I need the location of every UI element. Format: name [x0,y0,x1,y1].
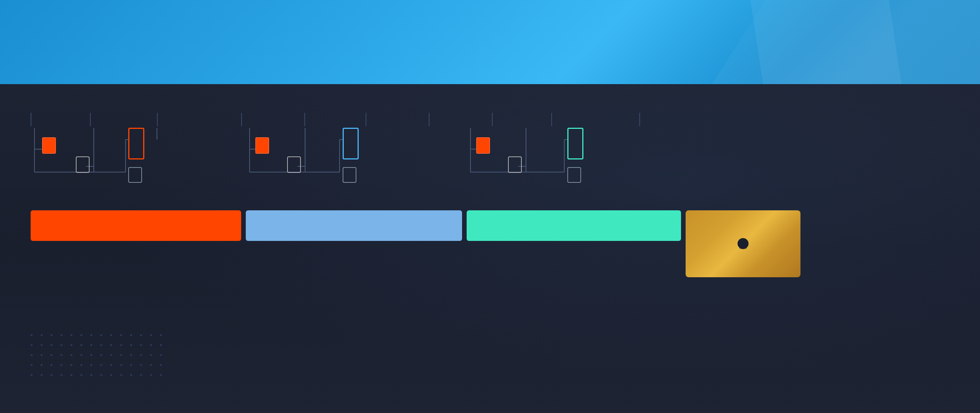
spring-major-badge [567,130,583,157]
fall-cup-badge [76,159,90,170]
oct-tick [31,113,31,126]
fall-invitational-badge [128,170,142,180]
spring-split-section [467,128,681,241]
month-june [551,111,639,126]
fall-major-badge [128,130,144,157]
main-content: // Generate dots const dp = document.que… [0,84,980,413]
jan-tick [241,113,242,126]
fall-split-bar [31,210,241,241]
month-jan [241,111,304,126]
spring-invitational-badge [567,170,581,180]
month-may [492,111,551,126]
spring-split-bar [467,210,681,241]
nov-tick [90,113,91,126]
winter-cup-badge [287,159,301,170]
winter-split-bar [246,210,462,241]
may-tick [492,113,493,126]
worlds-events-spacer [686,128,800,205]
fall-events-area [31,128,241,205]
fall-split-section [31,128,241,241]
month-feb [304,111,366,126]
feb-tick [304,113,305,126]
spring-events-area [467,128,681,205]
winter-open-badge [255,140,269,151]
winter-major-badge [343,130,359,157]
rocket-league-icon [737,237,749,250]
june-tick [551,113,552,126]
header [0,0,980,84]
month-mar [366,111,429,126]
winter-invitational-badge [343,170,356,180]
spring-open-badge [476,140,490,151]
fall-open-badge [42,140,56,151]
month-july [639,111,716,126]
winter-events-area [246,128,462,205]
months-row [31,111,949,126]
dec-tick [157,113,158,126]
schedule-main-area [31,128,949,277]
spring-cup-badge [508,159,522,170]
dot-pattern-decoration: // Generate dots const dp = document.que… [31,334,168,382]
month-dec [157,111,241,126]
timeline-layout [31,107,949,277]
month-apr [429,111,492,126]
mar-tick [366,113,366,126]
month-nov [90,111,157,126]
winter-split-section [246,128,462,241]
july-tick [639,113,640,126]
month-oct [31,111,90,126]
worlds-championship-box [686,210,800,277]
worlds-section [686,128,800,277]
apr-tick [429,113,430,126]
